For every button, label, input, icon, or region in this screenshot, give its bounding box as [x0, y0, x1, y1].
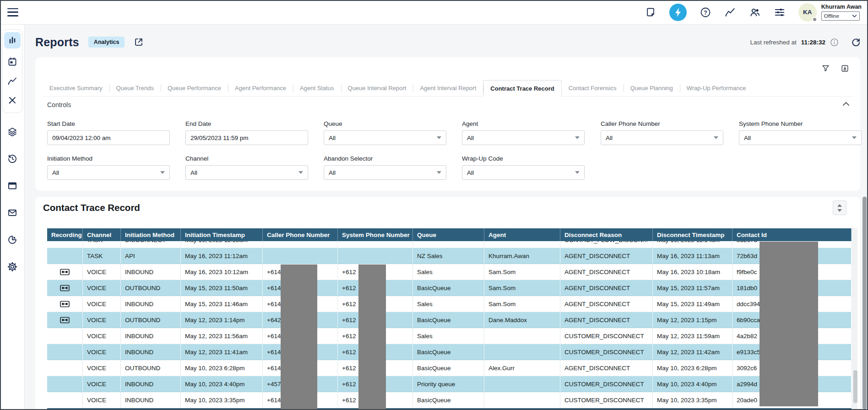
- sliders-settings-icon[interactable]: [774, 6, 786, 18]
- caller-phone-number-value: All: [606, 135, 613, 141]
- cell-queue: BasicQueue: [413, 344, 484, 360]
- table-row[interactable]: VOICEOUTBOUNDMay 15, 2023 11:50am+614+61…: [47, 280, 852, 296]
- cell-queue: BasicQueue: [413, 312, 484, 328]
- sidebar-item-layers[interactable]: [6, 126, 18, 138]
- column-header-contact-id[interactable]: Contact Id: [732, 228, 852, 241]
- tab-queue-interval-report[interactable]: Queue Interval Report: [341, 80, 413, 96]
- tab-contact-forensics[interactable]: Contact Forensics: [562, 80, 624, 96]
- help-icon[interactable]: ?: [700, 6, 711, 18]
- column-header-initiation-method[interactable]: Initiation Method: [121, 228, 181, 241]
- table-row[interactable]: TASKAPIMay 16, 2023 11:12amNZ SalesKhurr…: [47, 248, 852, 264]
- report-card: Contact Trace Record RecordingChannelIni…: [35, 197, 860, 410]
- agent-select[interactable]: All: [462, 130, 585, 145]
- column-header-initiation-timestamp[interactable]: Initiation Timestamp: [181, 228, 263, 241]
- sidebar-item-mail[interactable]: [6, 207, 18, 219]
- metrics-chart-icon[interactable]: [724, 6, 736, 18]
- column-header-agent[interactable]: Agent: [484, 228, 560, 241]
- spinner-up-icon[interactable]: [837, 204, 842, 207]
- table-row[interactable]: VOICEINBOUNDMay 10, 2023 3:35pm+614+612B…: [47, 392, 852, 408]
- redaction-box-contact-id: [760, 242, 818, 406]
- start-date-input[interactable]: 09/04/2023 12:00 am: [47, 130, 170, 145]
- cell-recording: [47, 328, 83, 344]
- table-row[interactable]: VOICEOUTBOUNDMay 12, 2023 1:14pm+642+612…: [47, 312, 852, 328]
- cell-disconnect-timestamp: May 15, 2023 11:49am: [653, 296, 732, 312]
- users-icon[interactable]: [749, 6, 761, 18]
- cell-reason: AGENT_DISCONNECT: [560, 360, 653, 376]
- caller-phone-number-select[interactable]: All: [601, 130, 723, 145]
- tab-queue-trends[interactable]: Queue Trends: [109, 80, 161, 96]
- end-date-input[interactable]: 29/05/2023 11:59 pm: [185, 130, 308, 145]
- external-link-icon[interactable]: [134, 37, 144, 47]
- table-row[interactable]: VOICEINBOUNDMay 15, 2023 11:46am+614+612…: [47, 296, 852, 312]
- system-phone-number-select[interactable]: All: [739, 130, 862, 145]
- abandon-selector-select[interactable]: All: [324, 165, 446, 180]
- cell-channel: VOICE: [83, 296, 121, 312]
- table-row[interactable]: TASKDISCONNECTMay 16, 2023 11:13amCONTAC…: [47, 241, 852, 248]
- table-row[interactable]: VOICEINBOUNDMay 16, 2023 10:12am+614+612…: [47, 264, 852, 280]
- download-icon[interactable]: [840, 64, 849, 73]
- table-row[interactable]: VOICEOUTBOUNDMay 10, 2023 6:28pm+614+612…: [47, 360, 852, 376]
- cell-initiation-method: DISCONNECT: [121, 241, 181, 248]
- cell-disconnect-timestamp: May 16, 2023 10:18am: [653, 264, 732, 280]
- redaction-box-caller-phone: [281, 264, 317, 410]
- sidebar-item-line-chart[interactable]: [6, 75, 18, 87]
- column-header-system-phone-number[interactable]: System Phone Number: [338, 228, 413, 241]
- tab-agent-interval-report[interactable]: Agent Interval Report: [413, 80, 483, 96]
- cell-queue: BasicQueue: [413, 392, 484, 408]
- recording-icon[interactable]: [60, 317, 70, 324]
- refresh-icon[interactable]: [851, 37, 861, 47]
- sidebar-item-design-brush[interactable]: [6, 94, 18, 106]
- dropdown-caret-icon: [575, 136, 580, 139]
- sidebar-item-history[interactable]: [6, 153, 18, 165]
- table-row[interactable]: VOICEINBOUNDMay 10, 2023 4:40pm+457+612P…: [47, 376, 852, 392]
- page-scrollbar[interactable]: [863, 197, 867, 409]
- main-content: Reports Analytics Last refreshed at 11:2…: [25, 25, 868, 410]
- tab-agent-status[interactable]: Agent Status: [293, 80, 341, 96]
- lightning-quick-actions-icon[interactable]: [669, 4, 687, 21]
- cell-queue: BasicQueue: [413, 280, 484, 296]
- tab-queue-performance[interactable]: Queue Performance: [161, 80, 228, 96]
- tab-executive-summary[interactable]: Executive Summary: [43, 80, 109, 96]
- cell-queue: Sales: [413, 328, 484, 344]
- column-header-caller-phone-number[interactable]: Caller Phone Number: [263, 228, 338, 241]
- hamburger-menu-icon[interactable]: [7, 8, 18, 16]
- tab-agent-performance[interactable]: Agent Performance: [228, 80, 293, 96]
- filter-icon[interactable]: [821, 64, 830, 73]
- cell-caller: [263, 241, 338, 248]
- cell-initiation-timestamp: May 10, 2023 4:40pm: [181, 376, 263, 392]
- initiation-method-select[interactable]: All: [47, 165, 170, 180]
- dropdown-caret-icon: [160, 171, 165, 174]
- recording-icon[interactable]: [60, 285, 70, 291]
- cell-initiation-method: INBOUND: [121, 296, 181, 312]
- cell-initiation-method: INBOUND: [121, 264, 181, 280]
- status-select[interactable]: Offline: [821, 11, 860, 21]
- spinner-down-icon[interactable]: [837, 209, 842, 212]
- channel-select[interactable]: All: [185, 165, 308, 180]
- table-scrollbar[interactable]: [852, 228, 857, 410]
- sidebar-item-pie-chart[interactable]: [6, 234, 18, 246]
- table-scrollbar-thumb[interactable]: [853, 370, 857, 403]
- tab-queue-planning[interactable]: Queue Planning: [624, 80, 680, 96]
- column-header-queue[interactable]: Queue: [413, 228, 484, 241]
- sidebar-item-settings-gear[interactable]: [6, 261, 18, 273]
- column-header-recording[interactable]: Recording: [47, 228, 83, 241]
- recording-icon[interactable]: [60, 269, 70, 275]
- wrap-up-code-select[interactable]: All: [462, 165, 585, 180]
- column-header-channel[interactable]: Channel: [83, 228, 121, 241]
- column-header-disconnect-reason[interactable]: Disconnect Reason: [560, 228, 653, 241]
- column-header-disconnect-timestamp[interactable]: Disconnect Timestamp: [653, 228, 732, 241]
- tab-contract-trace-record[interactable]: Contract Trace Record: [483, 80, 561, 97]
- report-spinner-control[interactable]: [833, 200, 846, 215]
- sidebar-item-bar-chart[interactable]: [4, 32, 21, 49]
- tab-wrap-up-performance[interactable]: Wrap-Up Performance: [680, 80, 753, 96]
- table-row[interactable]: VOICEINBOUNDMay 12, 2023 11:56am+614+612…: [47, 328, 852, 344]
- recording-icon[interactable]: [60, 301, 70, 308]
- info-icon[interactable]: [830, 38, 839, 47]
- sidebar-item-calendar[interactable]: [6, 56, 18, 68]
- sidebar-item-window[interactable]: [6, 180, 18, 192]
- collapse-controls-icon[interactable]: [842, 100, 850, 108]
- queue-select[interactable]: All: [324, 130, 446, 145]
- notes-icon[interactable]: [645, 6, 656, 18]
- table-row[interactable]: VOICEINBOUNDMay 12, 2023 11:41am+614+612…: [47, 344, 852, 360]
- avatar[interactable]: KA: [798, 3, 817, 22]
